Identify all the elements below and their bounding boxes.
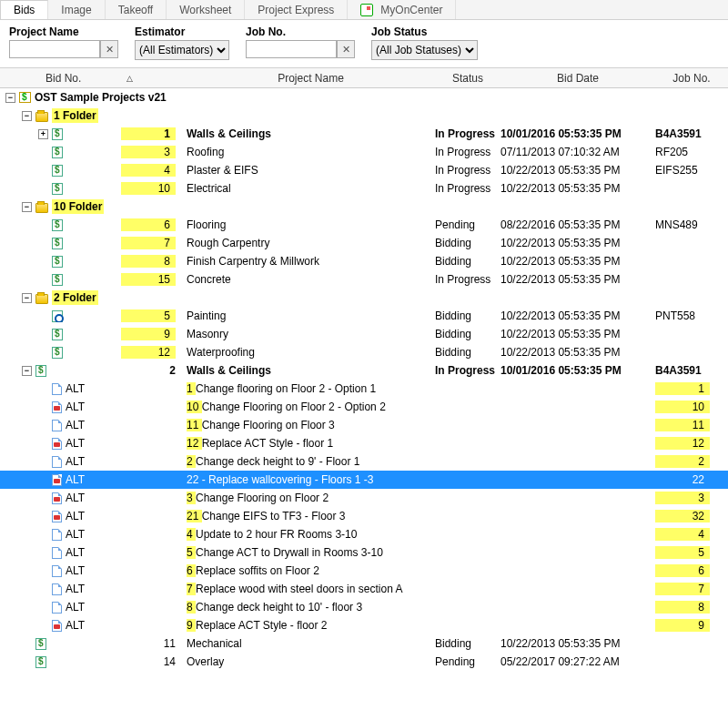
alternate-row[interactable]: ALT8 Change deck height to 10' - floor 3… xyxy=(0,598,728,616)
bid-row[interactable]: 12WaterproofingBidding10/22/2013 05:53:3… xyxy=(0,343,728,361)
bid-row[interactable]: +1Walls & CeilingsIn Progress10/01/2016 … xyxy=(0,125,728,143)
alt-name: Update to 2 hour FR Rooms 3-10 xyxy=(196,528,357,541)
bid-row[interactable]: 3RoofingIn Progress07/11/2013 07:10:32 A… xyxy=(0,143,728,161)
bid-icon xyxy=(52,274,63,286)
folder-row[interactable]: −2 Folder xyxy=(0,289,728,307)
alternate-row[interactable]: ALT10 Change Flooring on Floor 2 - Optio… xyxy=(0,398,728,416)
bid-icon xyxy=(35,365,46,377)
alternate-doc-flag-icon xyxy=(52,620,62,632)
bid-number: 7 xyxy=(121,237,183,249)
folder-row[interactable]: −10 Folder xyxy=(0,198,728,216)
alternate-row[interactable]: ALT2 Change deck height to 9' - Floor 12 xyxy=(0,452,728,471)
bid-row[interactable]: 4Plaster & EIFSIn Progress10/22/2013 05:… xyxy=(0,161,728,179)
tab-image[interactable]: Image xyxy=(48,0,105,19)
cell-project-name: 5 Change ACT to Drywall in Rooms 3-10 xyxy=(187,546,435,559)
filter-estimator-select[interactable]: (All Estimators) xyxy=(135,40,229,60)
bid-row[interactable]: 7Rough CarpentryBidding10/22/2013 05:53:… xyxy=(0,234,728,252)
tab-project-express[interactable]: Project Express xyxy=(245,0,348,19)
expand-icon[interactable]: + xyxy=(38,129,48,139)
cell-bidno: 5 xyxy=(0,309,187,322)
alt-name: Replace soffits on Floor 2 xyxy=(196,564,319,577)
alternate-row[interactable]: ALT4 Update to 2 hour FR Rooms 3-104 xyxy=(0,525,728,543)
cell-status: In Progress xyxy=(435,182,500,195)
node-label: 10 Folder xyxy=(54,200,102,213)
bid-row[interactable]: 15ConcreteIn Progress10/22/2013 05:53:35… xyxy=(0,270,728,289)
bid-number: 12 xyxy=(121,346,183,359)
alternate-row[interactable]: ALT21 Change EIFS to TF3 - Floor 332 xyxy=(0,507,728,525)
alternate-row[interactable]: ALT9 Replace ACT Style - floor 29 xyxy=(0,616,728,634)
cell-project-name: Plaster & EIFS xyxy=(187,164,435,177)
col-project-name[interactable]: Project Name xyxy=(187,72,435,85)
alt-name: Change Flooring on Floor 2 - Option 2 xyxy=(202,401,386,413)
cell-project-name: Masonry xyxy=(187,328,435,340)
alternate-row[interactable]: ALT5 Change ACT to Drywall in Rooms 3-10… xyxy=(0,543,728,562)
tab-bids[interactable]: Bids xyxy=(0,0,48,19)
folder-icon xyxy=(35,112,48,122)
alternate-row[interactable]: ALT3 Change Flooring on Floor 23 xyxy=(0,489,728,507)
bid-row[interactable]: 9MasonryBidding10/22/2013 05:53:35 PM xyxy=(0,325,728,343)
tab-label: Image xyxy=(61,4,91,16)
job-no-value: 6 xyxy=(655,564,710,577)
cell-project-name: Overlay xyxy=(187,655,435,668)
collapse-icon[interactable]: − xyxy=(22,111,32,121)
filter-bar: Project Name ✕ Estimator (All Estimators… xyxy=(0,20,728,68)
bid-icon xyxy=(35,638,46,650)
alternate-row[interactable]: ALT11 Change Flooring on Floor 311 xyxy=(0,416,728,434)
cell-job-no: 2 xyxy=(655,455,728,468)
bid-row[interactable]: 14OverlayPending05/22/2017 09:27:22 AM xyxy=(0,653,728,671)
col-status[interactable]: Status xyxy=(435,72,500,85)
alternate-row[interactable]: ALT22 - Replace wallcovering - Floors 1 … xyxy=(0,471,728,489)
bid-row[interactable]: 6FlooringPending08/22/2016 05:53:35 PMMN… xyxy=(0,216,728,234)
alt-name: Change deck height to 9' - Floor 1 xyxy=(196,455,359,468)
alt-number: 1 xyxy=(187,382,196,395)
bid-number: 3 xyxy=(121,146,183,158)
job-no-value: 32 xyxy=(655,510,710,522)
root-row[interactable]: −OST Sample Projects v21 xyxy=(0,88,728,106)
alternate-row[interactable]: ALT1 Change flooring on Floor 2 - Option… xyxy=(0,380,728,398)
bid-row[interactable]: 10ElectricalIn Progress10/22/2013 05:53:… xyxy=(0,179,728,198)
alt-number: 9 xyxy=(187,619,196,632)
collapse-icon[interactable]: − xyxy=(5,93,15,103)
filter-jobno-input[interactable] xyxy=(246,40,337,58)
cell-bidno: −1 Folder xyxy=(0,108,187,123)
alt-label: ALT xyxy=(66,492,85,504)
bid-row[interactable]: 8Finish Carpentry & MillworkBidding10/22… xyxy=(0,252,728,270)
alt-number: 7 xyxy=(187,583,196,595)
col-bidno[interactable]: Bid No. △ xyxy=(0,72,187,85)
cell-status: Pending xyxy=(435,655,500,668)
alternate-doc-icon xyxy=(52,602,62,614)
cell-bidno: ALT xyxy=(0,437,187,450)
filter-jobstatus-select[interactable]: (All Job Statuses) xyxy=(371,40,478,60)
collapse-icon[interactable]: − xyxy=(22,293,32,303)
alt-number: 4 xyxy=(187,528,196,541)
col-bid-date[interactable]: Bid Date xyxy=(500,72,655,85)
alt-name: Change ACT to Drywall in Rooms 3-10 xyxy=(196,546,383,559)
clear-jobno-icon[interactable]: ✕ xyxy=(337,40,355,58)
bid-number: 8 xyxy=(121,255,183,268)
alternate-row[interactable]: ALT12 Replace ACT Style - floor 112 xyxy=(0,434,728,452)
col-job-no[interactable]: Job No. xyxy=(655,72,728,85)
alt-label: ALT xyxy=(66,473,85,486)
alternate-row[interactable]: ALT6 Replace soffits on Floor 26 xyxy=(0,562,728,580)
alternate-row[interactable]: ALT7 Replace wood with steel doors in se… xyxy=(0,580,728,598)
cell-status: In Progress xyxy=(435,164,500,177)
clear-project-name-icon[interactable]: ✕ xyxy=(100,40,118,58)
tree-body[interactable]: −OST Sample Projects v21−1 Folder+1Walls… xyxy=(0,88,728,710)
filter-project-name-input[interactable] xyxy=(9,40,100,58)
tab-myoncenter[interactable]: MyOnCenter xyxy=(348,0,456,19)
alternate-doc-icon xyxy=(52,456,62,468)
cell-job-no: 11 xyxy=(655,419,728,431)
cell-bidno: ALT xyxy=(0,528,187,541)
cell-project-name: Waterproofing xyxy=(187,346,435,359)
collapse-icon[interactable]: − xyxy=(22,366,32,376)
alt-number: 5 xyxy=(187,546,196,559)
folder-row[interactable]: −1 Folder xyxy=(0,106,728,125)
tab-worksheet[interactable]: Worksheet xyxy=(167,0,245,19)
collapse-icon[interactable]: − xyxy=(22,202,32,212)
bid-row[interactable]: −2Walls & CeilingsIn Progress10/01/2016 … xyxy=(0,361,728,380)
alt-name: Change flooring on Floor 2 - Option 1 xyxy=(196,382,376,395)
bid-row[interactable]: 11MechanicalBidding10/22/2013 05:53:35 P… xyxy=(0,634,728,653)
job-no-value: 9 xyxy=(655,619,710,632)
tab-takeoff[interactable]: Takeoff xyxy=(106,0,167,19)
bid-row[interactable]: 5PaintingBidding10/22/2013 05:53:35 PMPN… xyxy=(0,307,728,325)
